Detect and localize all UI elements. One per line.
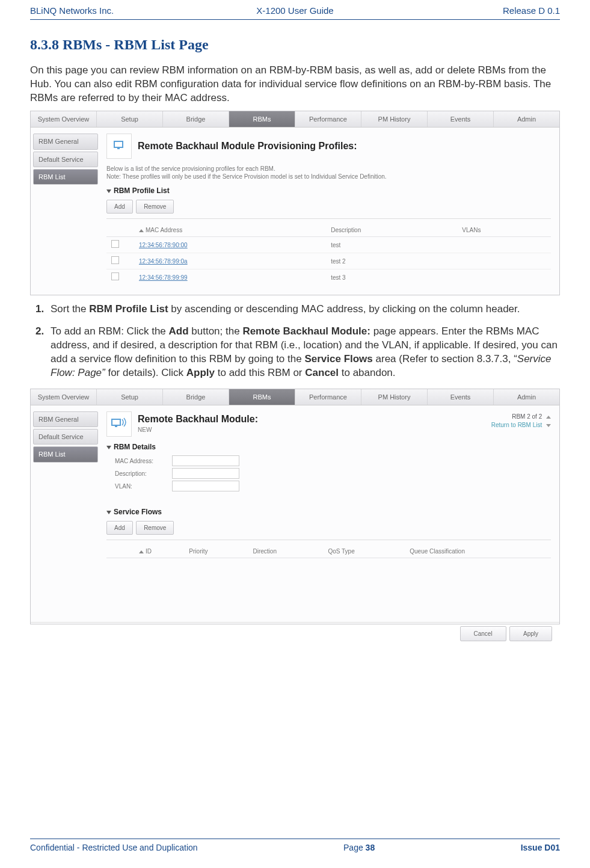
rbm-icon xyxy=(106,134,132,159)
svg-rect-2 xyxy=(112,419,120,425)
row-desc: test 2 xyxy=(326,253,457,269)
remove-button[interactable]: Remove xyxy=(136,200,174,214)
mac-link[interactable]: 12:34:56:78:99:0a xyxy=(139,258,188,265)
screenshot-rbm-detail: System Overview Setup Bridge RBMs Perfor… xyxy=(30,389,560,624)
apply-button[interactable]: Apply xyxy=(509,626,552,641)
ss1-note: Below is a list of the service provision… xyxy=(106,165,551,180)
desc-input[interactable] xyxy=(172,468,239,479)
tab-pm-history[interactable]: PM History xyxy=(361,111,428,127)
action-row: Cancel Apply xyxy=(31,623,559,641)
col-qos[interactable]: QoS Type xyxy=(323,545,405,558)
row-checkbox[interactable] xyxy=(111,256,119,264)
tab-system-overview[interactable]: System Overview xyxy=(31,111,97,127)
tab-admin[interactable]: Admin xyxy=(494,389,559,405)
tab-bridge[interactable]: Bridge xyxy=(163,111,229,127)
mac-label: MAC Address: xyxy=(115,457,172,465)
main-tabs: System Overview Setup Bridge RBMs Perfor… xyxy=(31,389,559,405)
svg-rect-0 xyxy=(114,141,123,147)
tab-events[interactable]: Events xyxy=(428,389,494,405)
service-flows-head: Service Flows xyxy=(106,508,551,517)
side-nav: RBM General Default Service RBM List xyxy=(31,128,98,295)
vlan-input[interactable] xyxy=(172,481,239,491)
tab-performance[interactable]: Performance xyxy=(295,111,361,127)
sort-asc-icon xyxy=(139,229,144,232)
row-checkbox[interactable] xyxy=(111,240,119,248)
rbm-details-head: RBM Details xyxy=(106,443,551,452)
row-checkbox[interactable] xyxy=(111,272,119,280)
side-rbm-list[interactable]: RBM List xyxy=(33,169,98,185)
table-row: 12:34:56:78:90:00 test xyxy=(106,237,551,253)
vlan-label: VLAN: xyxy=(115,482,172,490)
tab-setup[interactable]: Setup xyxy=(97,389,163,405)
step-1: Sort the RBM Profile List by ascending o… xyxy=(47,303,560,316)
return-link[interactable]: Return to RBM List xyxy=(491,422,542,428)
sf-remove-button[interactable]: Remove xyxy=(136,521,174,535)
side-default-service[interactable]: Default Service xyxy=(33,152,98,167)
mac-input[interactable] xyxy=(172,455,239,466)
tab-rbms[interactable]: RBMs xyxy=(229,389,295,405)
page-footer: Confidential - Restricted Use and Duplic… xyxy=(30,839,560,854)
col-priority[interactable]: Priority xyxy=(184,545,248,558)
tab-admin[interactable]: Admin xyxy=(494,111,559,127)
tab-rbms[interactable]: RBMs xyxy=(229,111,295,127)
svg-rect-3 xyxy=(115,426,117,427)
side-nav: RBM General Default Service RBM List xyxy=(31,405,98,622)
ss2-subtitle: NEW xyxy=(138,426,152,433)
collapse-icon[interactable] xyxy=(106,511,111,514)
tab-system-overview[interactable]: System Overview xyxy=(31,389,97,405)
tab-bridge[interactable]: Bridge xyxy=(163,389,229,405)
side-rbm-list[interactable]: RBM List xyxy=(33,446,98,462)
sf-add-button[interactable]: Add xyxy=(106,521,133,535)
footer-page: Page 38 xyxy=(198,842,521,854)
side-rbm-general[interactable]: RBM General xyxy=(33,134,98,149)
collapse-icon[interactable] xyxy=(106,189,111,193)
header-rule xyxy=(30,19,560,20)
prev-rbm-icon[interactable] xyxy=(546,416,551,419)
mac-link[interactable]: 12:34:56:78:90:00 xyxy=(139,242,188,248)
sort-asc-icon xyxy=(139,550,144,553)
cancel-button[interactable]: Cancel xyxy=(460,626,506,641)
collapse-icon[interactable] xyxy=(106,446,111,449)
footer-left: Confidential - Restricted Use and Duplic… xyxy=(30,842,198,854)
tab-performance[interactable]: Performance xyxy=(295,389,361,405)
ss1-title: Remote Backhaul Module Provisioning Prof… xyxy=(138,140,357,153)
row-desc: test xyxy=(326,237,457,253)
col-desc[interactable]: Description xyxy=(326,224,457,237)
side-rbm-general[interactable]: RBM General xyxy=(33,411,98,427)
ss1-note1: Below is a list of the service provision… xyxy=(106,165,275,172)
col-mac[interactable]: MAC Address xyxy=(134,224,326,237)
rbm-icon xyxy=(106,411,132,437)
page-header: BLiNQ Networks Inc. X-1200 User Guide Re… xyxy=(30,0,560,19)
service-flows-table: ID Priority Direction QoS Type Queue Cla… xyxy=(106,545,551,558)
header-left: BLiNQ Networks Inc. xyxy=(30,5,207,17)
profile-list-head: RBM Profile List xyxy=(106,186,551,196)
main-tabs: System Overview Setup Bridge RBMs Perfor… xyxy=(31,111,559,128)
mac-link[interactable]: 12:34:56:78:99:99 xyxy=(139,274,188,281)
table-row: 12:34:56:78:99:0a test 2 xyxy=(106,253,551,269)
desc-label: Description: xyxy=(115,470,172,478)
tab-pm-history[interactable]: PM History xyxy=(361,389,428,405)
col-direction[interactable]: Direction xyxy=(248,545,324,558)
add-button[interactable]: Add xyxy=(106,200,133,214)
row-desc: test 3 xyxy=(326,269,457,286)
rbm-counter: RBM 2 of 2 xyxy=(512,413,542,420)
rbm-nav-box: RBM 2 of 2 Return to RBM List xyxy=(491,413,551,429)
footer-right: Issue D01 xyxy=(521,842,560,854)
tab-setup[interactable]: Setup xyxy=(97,111,163,127)
divider xyxy=(106,540,551,540)
header-center: X-1200 User Guide xyxy=(207,5,384,17)
header-right: Release D 0.1 xyxy=(383,5,560,17)
side-default-service[interactable]: Default Service xyxy=(33,429,98,445)
tab-events[interactable]: Events xyxy=(428,111,494,127)
screenshot-rbm-list: System Overview Setup Bridge RBMs Perfor… xyxy=(30,111,560,295)
footer-rule xyxy=(30,839,560,839)
intro-paragraph: On this page you can review RBM informat… xyxy=(30,64,560,105)
col-vlan[interactable]: VLANs xyxy=(457,224,551,237)
next-rbm-icon[interactable] xyxy=(546,424,551,427)
ss2-title: Remote Backhaul Module: xyxy=(138,414,258,424)
col-id[interactable]: ID xyxy=(134,545,184,558)
divider xyxy=(106,218,551,219)
table-row: 12:34:56:78:99:99 test 3 xyxy=(106,269,551,286)
col-queue-class[interactable]: Queue Classification xyxy=(405,545,551,558)
instruction-list: Sort the RBM Profile List by ascending o… xyxy=(30,303,560,380)
